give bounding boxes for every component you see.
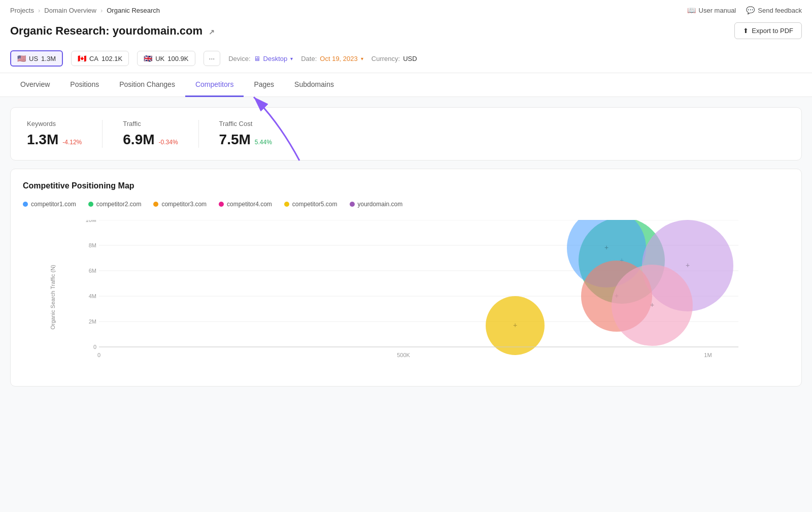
svg-text:1M: 1M (704, 352, 712, 358)
device-value[interactable]: Desktop (263, 55, 288, 62)
user-manual-link[interactable]: 📖 User manual (687, 6, 736, 14)
positioning-card: Competitive Positioning Map competitor1.… (10, 169, 802, 387)
chart-title: Competitive Positioning Map (23, 181, 789, 190)
chart-legend: competitor1.com competitor2.com competit… (23, 201, 789, 208)
svg-text:8M: 8M (89, 242, 96, 248)
breadcrumb-sep-2: › (100, 7, 103, 14)
legend-yourdomain: yourdomain.com (350, 201, 403, 208)
page-domain: yourdomain.com (113, 24, 202, 37)
send-feedback-link[interactable]: 💬 Send feedback (746, 6, 802, 14)
export-icon: ⬆ (743, 27, 749, 35)
us-flag: 🇺🇸 (17, 54, 26, 62)
uk-flag: 🇬🇧 (144, 54, 152, 62)
keywords-value-row: 1.3M -4.12% (27, 132, 82, 148)
legend-label-competitor5: competitor5.com (292, 201, 337, 208)
breadcrumb-domain-overview[interactable]: Domain Overview (44, 7, 96, 14)
tab-overview[interactable]: Overview (10, 73, 60, 97)
svg-text:+: + (650, 301, 654, 309)
device-label: Device: (228, 55, 250, 62)
svg-text:500K: 500K (397, 352, 410, 358)
traffic-label: Traffic (123, 120, 178, 127)
device-icon: 🖥 (254, 55, 260, 62)
keywords-label: Keywords (27, 120, 82, 127)
page-title: Organic Research: yourdomain.com ↗ (10, 24, 215, 38)
breadcrumb-current: Organic Research (107, 7, 160, 14)
legend-dot-competitor2 (88, 202, 93, 207)
book-icon: 📖 (687, 6, 696, 14)
legend-label-competitor3: competitor3.com (161, 201, 207, 208)
svg-text:2M: 2M (89, 318, 96, 325)
location-ca-button[interactable]: 🇨🇦 CA 102.1K (71, 51, 129, 66)
date-filter: Date: Oct 19, 2023 ▾ (301, 55, 363, 62)
traffic-cost-label: Traffic Cost (219, 120, 272, 127)
top-actions: 📖 User manual 💬 Send feedback (687, 6, 802, 14)
legend-label-competitor1: competitor1.com (31, 201, 76, 208)
legend-competitor5: competitor5.com (284, 201, 337, 208)
metric-traffic: Traffic 6.9M -0.34% (123, 120, 198, 148)
svg-text:0: 0 (97, 352, 100, 358)
device-filter: Device: 🖥 Desktop ▾ (228, 55, 293, 62)
us-value: 1.3M (41, 55, 56, 62)
export-label: Export to PDF (752, 27, 793, 35)
tab-position-changes[interactable]: Position Changes (109, 73, 185, 97)
traffic-cost-value-row: 7.5M 5.44% (219, 132, 272, 148)
tab-subdomains[interactable]: Subdomains (284, 73, 344, 97)
svg-text:+: + (513, 321, 517, 329)
currency-filter: Currency: USD (371, 55, 417, 62)
svg-text:10M: 10M (86, 220, 96, 223)
chart-container: Organic Search Traffic (N) 10M 8M 6M 4M … (48, 220, 789, 374)
legend-competitor2: competitor2.com (88, 201, 142, 208)
metric-traffic-cost: Traffic Cost 7.5M 5.44% (219, 120, 272, 148)
location-us-button[interactable]: 🇺🇸 US 1.3M (10, 50, 63, 67)
breadcrumb-sep-1: › (38, 7, 40, 14)
date-value[interactable]: Oct 19, 2023 (320, 55, 357, 62)
metric-keywords: Keywords 1.3M -4.12% (27, 120, 103, 148)
ca-value: 102.1K (101, 55, 122, 62)
currency-value: USD (403, 55, 417, 62)
uk-code: UK (155, 55, 164, 62)
traffic-cost-value: 7.5M (219, 132, 251, 148)
uk-value: 100.9K (167, 55, 188, 62)
legend-dot-yourdomain (350, 202, 355, 207)
main-content: Keywords 1.3M -4.12% Traffic 6.9M -0.34%… (0, 97, 812, 397)
legend-dot-competitor4 (219, 202, 224, 207)
svg-text:6M: 6M (89, 268, 96, 274)
traffic-value-row: 6.9M -0.34% (123, 132, 178, 148)
y-axis-label: Organic Search Traffic (N) (50, 265, 56, 330)
page-title-prefix: Organic Research: (10, 24, 110, 37)
legend-label-competitor2: competitor2.com (96, 201, 142, 208)
legend-dot-competitor1 (23, 202, 28, 207)
positioning-chart: 10M 8M 6M 4M 2M 0 + + + (48, 220, 789, 372)
date-label: Date: (301, 55, 317, 62)
legend-dot-competitor3 (153, 202, 158, 207)
keywords-change: -4.12% (62, 139, 82, 146)
currency-label: Currency: (371, 55, 400, 62)
user-manual-label: User manual (699, 7, 736, 14)
send-feedback-label: Send feedback (758, 7, 802, 14)
tab-pages[interactable]: Pages (244, 73, 284, 97)
export-button[interactable]: ⬆ Export to PDF (734, 22, 802, 39)
device-chevron[interactable]: ▾ (290, 56, 293, 61)
traffic-change: -0.34% (159, 139, 178, 146)
date-chevron[interactable]: ▾ (361, 56, 363, 61)
comment-icon: 💬 (746, 6, 755, 14)
legend-competitor1: competitor1.com (23, 201, 76, 208)
traffic-value: 6.9M (123, 132, 154, 148)
traffic-cost-change: 5.44% (255, 139, 272, 146)
legend-competitor4: competitor4.com (219, 201, 272, 208)
external-link-icon[interactable]: ↗ (209, 28, 215, 36)
legend-competitor3: competitor3.com (153, 201, 207, 208)
filters-row: 🇺🇸 US 1.3M 🇨🇦 CA 102.1K 🇬🇧 UK 100.9K ···… (10, 45, 802, 73)
svg-text:4M: 4M (89, 293, 96, 299)
svg-text:+: + (686, 261, 690, 269)
legend-label-yourdomain: yourdomain.com (358, 201, 403, 208)
breadcrumb-projects[interactable]: Projects (10, 7, 34, 14)
more-locations-button[interactable]: ··· (204, 51, 221, 66)
ca-flag: 🇨🇦 (78, 54, 86, 62)
location-uk-button[interactable]: 🇬🇧 UK 100.9K (137, 51, 195, 66)
metrics-card: Keywords 1.3M -4.12% Traffic 6.9M -0.34%… (10, 107, 802, 161)
ca-code: CA (89, 55, 98, 62)
tab-positions[interactable]: Positions (60, 73, 109, 97)
tab-competitors[interactable]: Competitors (185, 73, 244, 97)
keywords-value: 1.3M (27, 132, 58, 148)
